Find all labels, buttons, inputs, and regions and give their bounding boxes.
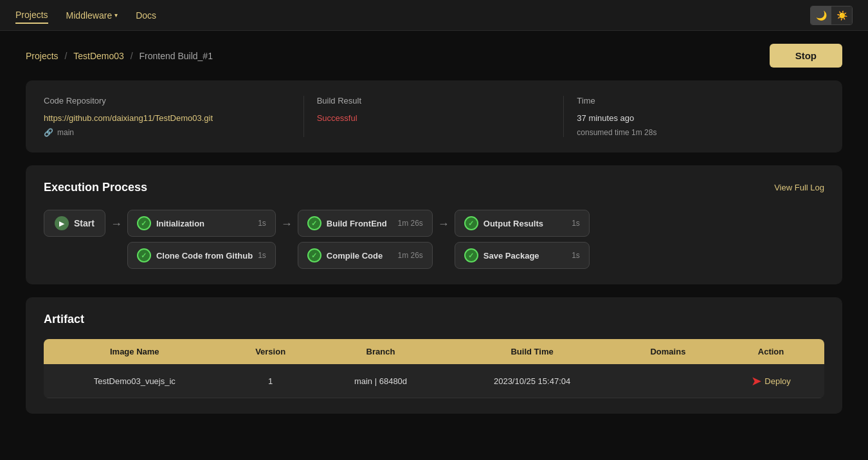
stage-clone-duration: 1s [258, 251, 266, 260]
stage-group-3: ✓ Output Results 1s ✓ Save Package 1s [455, 210, 590, 269]
cell-action: ➤ Deploy [718, 364, 824, 398]
time-consumed: consumed time 1m 28s [577, 128, 811, 137]
check-icon-build: ✓ [307, 216, 321, 230]
cell-domains [619, 364, 718, 398]
nav-projects[interactable]: Projects [15, 7, 48, 24]
breadcrumb-sep-1: / [64, 51, 69, 61]
exec-header: Execution Process View Full Log [44, 181, 824, 194]
deploy-action: ➤ Deploy [751, 373, 790, 389]
nav-middleware[interactable]: Middleware ▾ [66, 8, 118, 23]
cell-version: 1 [226, 364, 316, 398]
nav-docs[interactable]: Docs [136, 8, 156, 23]
stop-button[interactable]: Stop [770, 44, 842, 68]
stage-group-2: ✓ Build FrontEnd 1m 26s ✓ Compile Code 1… [298, 210, 433, 269]
code-repo-url[interactable]: https://github.com/daixiang11/TestDemo03… [44, 113, 291, 123]
breadcrumb-projects[interactable]: Projects [26, 51, 59, 61]
artifact-table: Image Name Version Branch Build Time Dom… [44, 339, 824, 398]
stage-group-1: ✓ Initialization 1s ✓ Clone Code from Gi… [127, 210, 276, 269]
stage-compile-duration: 1m 26s [397, 251, 422, 260]
stage-output-label: Output Results [484, 219, 543, 228]
start-node: ▶ Start [44, 210, 105, 237]
navbar: Projects Middleware ▾ Docs 🌙 ☀️ [0, 0, 868, 31]
col-branch: Branch [316, 339, 446, 364]
build-result-label: Build Result [317, 96, 551, 106]
theme-toggle: 🌙 ☀️ [810, 6, 853, 25]
breadcrumb-testdemo03[interactable]: TestDemo03 [73, 51, 124, 61]
light-theme-button[interactable]: ☀️ [831, 6, 852, 24]
stage-build-label: Build FrontEnd [327, 219, 387, 228]
stage-save-label: Save Package [484, 251, 539, 261]
main-content: Projects / TestDemo03 / Frontend Build_#… [0, 31, 868, 439]
stage-build-duration: 1m 26s [397, 219, 422, 228]
breadcrumb-sep-2: / [131, 51, 136, 61]
stage-init-duration: 1s [258, 219, 266, 228]
col-action: Action [718, 339, 824, 364]
branch-name: main [57, 128, 74, 137]
deploy-button[interactable]: Deploy [764, 376, 790, 386]
red-arrow-icon: ➤ [751, 373, 762, 389]
check-icon-init: ✓ [137, 216, 151, 230]
time-col: Time 37 minutes ago consumed time 1m 28s [564, 96, 824, 137]
start-icon: ▶ [55, 216, 69, 230]
check-icon-clone: ✓ [137, 248, 151, 262]
stage-initialization: ✓ Initialization 1s [127, 210, 276, 237]
check-icon-compile: ✓ [307, 248, 321, 262]
stage-save-package: ✓ Save Package 1s [455, 242, 590, 269]
code-repo-label: Code Repository [44, 96, 291, 106]
code-repo-col: Code Repository https://github.com/daixi… [44, 96, 304, 137]
check-icon-save: ✓ [464, 248, 478, 262]
check-icon-output: ✓ [464, 216, 478, 230]
info-card: Code Repository https://github.com/daixi… [26, 80, 842, 152]
stage-build-frontend: ✓ Build FrontEnd 1m 26s [298, 210, 433, 237]
stage-output-results: ✓ Output Results 1s [455, 210, 590, 237]
artifact-table-header: Image Name Version Branch Build Time Dom… [44, 339, 824, 364]
info-grid: Code Repository https://github.com/daixi… [44, 96, 824, 137]
execution-card: Execution Process View Full Log ▶ Start … [26, 165, 842, 284]
col-build-time: Build Time [446, 339, 619, 364]
arrow-3: → [433, 217, 455, 231]
time-label: Time [577, 96, 811, 106]
stage-init-label: Initialization [156, 219, 204, 228]
arrow-1: → [105, 217, 127, 231]
pipeline: ▶ Start → ✓ Initialization 1s ✓ Clone Co… [44, 210, 824, 269]
code-repo-branch: 🔗 main [44, 128, 291, 137]
dark-theme-button[interactable]: 🌙 [811, 6, 831, 24]
table-row: TestDemo03_vuejs_ic 1 main | 68480d 2023… [44, 364, 824, 398]
stage-clone-code: ✓ Clone Code from Github 1s [127, 242, 276, 269]
build-result-col: Build Result Successful [304, 96, 565, 137]
link-icon: 🔗 [44, 128, 53, 137]
time-ago: 37 minutes ago [577, 113, 811, 123]
stage-output-duration: 1s [572, 219, 580, 228]
stage-save-duration: 1s [572, 251, 580, 260]
arrow-2: → [276, 217, 298, 231]
stage-compile-label: Compile Code [327, 251, 383, 261]
cell-build-time: 2023/10/25 15:47:04 [446, 364, 619, 398]
stage-clone-label: Clone Code from Github [156, 251, 253, 261]
artifact-table-body: TestDemo03_vuejs_ic 1 main | 68480d 2023… [44, 364, 824, 398]
stage-compile: ✓ Compile Code 1m 26s [298, 242, 433, 269]
chevron-down-icon: ▾ [114, 12, 118, 19]
exec-title: Execution Process [44, 181, 147, 194]
artifact-card: Artifact Image Name Version Branch Build… [26, 297, 842, 414]
col-image-name: Image Name [44, 339, 226, 364]
start-label: Start [74, 218, 95, 228]
breadcrumb: Projects / TestDemo03 / Frontend Build_#… [26, 51, 213, 61]
col-domains: Domains [619, 339, 718, 364]
breadcrumb-current: Frontend Build_#1 [140, 51, 213, 61]
cell-image-name: TestDemo03_vuejs_ic [44, 364, 226, 398]
artifact-title: Artifact [44, 313, 824, 326]
build-result-value: Successful [317, 113, 551, 123]
view-full-log-link[interactable]: View Full Log [774, 183, 824, 192]
cell-branch: main | 68480d [316, 364, 446, 398]
breadcrumb-row: Projects / TestDemo03 / Frontend Build_#… [26, 44, 842, 68]
col-version: Version [226, 339, 316, 364]
